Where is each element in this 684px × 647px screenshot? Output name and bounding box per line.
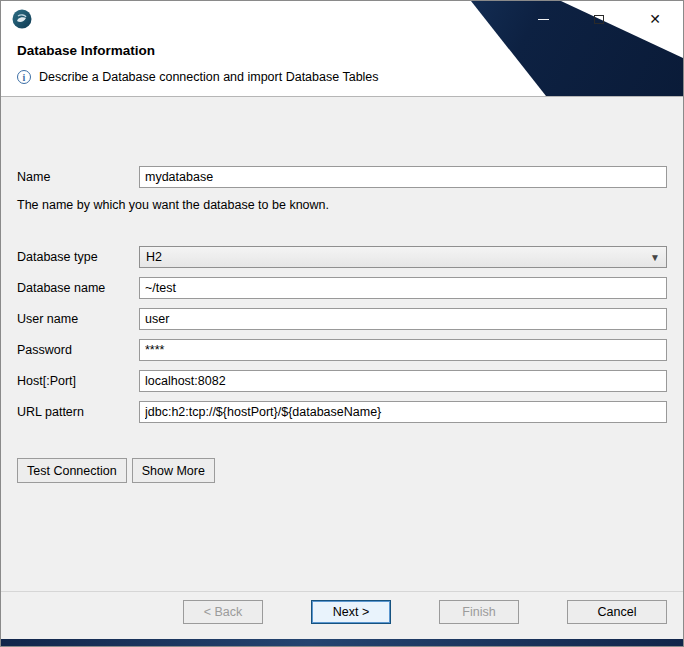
window-controls: ✕ bbox=[515, 1, 683, 37]
dialog-header: ✕ Database Information i Describe a Data… bbox=[1, 1, 683, 96]
url-pattern-row: URL pattern bbox=[17, 401, 667, 423]
host-port-input[interactable] bbox=[139, 370, 667, 392]
show-more-button[interactable]: Show More bbox=[132, 458, 215, 483]
page-title: Database Information bbox=[17, 43, 683, 58]
name-label: Name bbox=[17, 170, 139, 184]
minimize-icon bbox=[538, 19, 549, 20]
name-field-row: Name bbox=[17, 166, 667, 188]
password-input[interactable] bbox=[139, 339, 667, 361]
user-name-label: User name bbox=[17, 312, 139, 326]
minimize-button[interactable] bbox=[515, 1, 571, 37]
banner-text: Database Information i Describe a Databa… bbox=[1, 43, 683, 84]
next-button[interactable]: Next > bbox=[311, 600, 391, 624]
header-separator bbox=[1, 96, 683, 97]
close-icon: ✕ bbox=[649, 11, 661, 27]
host-port-row: Host[:Port] bbox=[17, 370, 667, 392]
window-bottom-accent bbox=[1, 639, 683, 646]
maximize-icon bbox=[594, 15, 604, 24]
form-body: Name The name by which you want the data… bbox=[1, 166, 683, 483]
banner-message: Describe a Database connection and impor… bbox=[39, 70, 379, 84]
footer-button-bar: < Back Next > Finish Cancel bbox=[1, 600, 683, 624]
info-icon: i bbox=[17, 70, 31, 84]
user-name-row: User name bbox=[17, 308, 667, 330]
cancel-button[interactable]: Cancel bbox=[567, 600, 667, 624]
database-type-row: Database type H2 ▼ bbox=[17, 246, 667, 268]
database-type-value: H2 bbox=[140, 250, 644, 264]
database-name-row: Database name bbox=[17, 277, 667, 299]
host-port-label: Host[:Port] bbox=[17, 374, 139, 388]
url-pattern-input[interactable] bbox=[139, 401, 667, 423]
chevron-down-icon: ▼ bbox=[644, 252, 666, 263]
finish-button[interactable]: Finish bbox=[439, 600, 519, 624]
user-name-input[interactable] bbox=[139, 308, 667, 330]
footer-separator bbox=[1, 591, 683, 592]
inline-actions: Test Connection Show More bbox=[17, 458, 667, 483]
database-type-label: Database type bbox=[17, 250, 139, 264]
app-icon bbox=[11, 8, 33, 30]
database-type-select[interactable]: H2 ▼ bbox=[139, 246, 667, 268]
test-connection-button[interactable]: Test Connection bbox=[17, 458, 127, 483]
maximize-button[interactable] bbox=[571, 1, 627, 37]
close-button[interactable]: ✕ bbox=[627, 1, 683, 37]
database-name-input[interactable] bbox=[139, 277, 667, 299]
password-label: Password bbox=[17, 343, 139, 357]
titlebar[interactable]: ✕ bbox=[1, 1, 683, 37]
url-pattern-label: URL pattern bbox=[17, 405, 139, 419]
password-row: Password bbox=[17, 339, 667, 361]
database-information-dialog: ✕ Database Information i Describe a Data… bbox=[0, 0, 684, 647]
name-help-text: The name by which you want the database … bbox=[17, 198, 667, 212]
database-name-label: Database name bbox=[17, 281, 139, 295]
back-button[interactable]: < Back bbox=[183, 600, 263, 624]
name-input[interactable] bbox=[139, 166, 667, 188]
